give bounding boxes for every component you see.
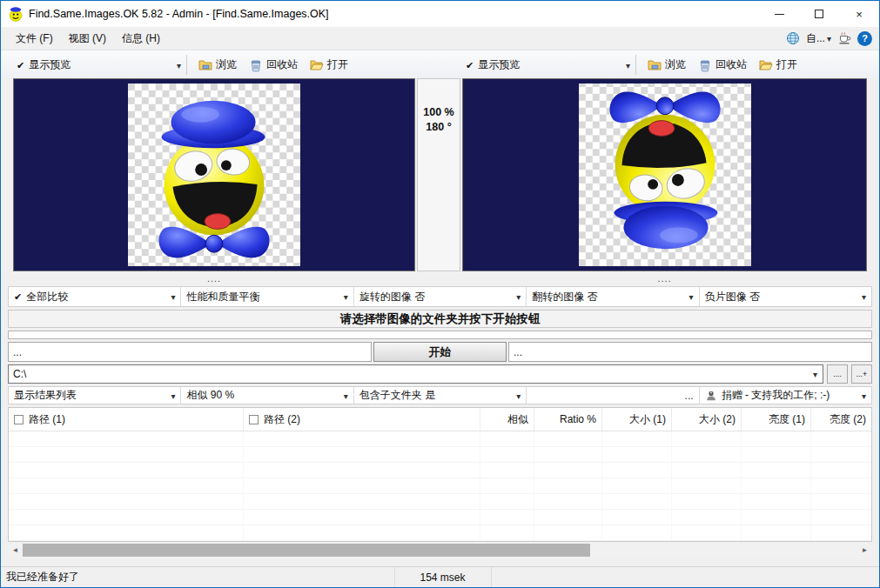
- table-cell: [534, 494, 602, 509]
- right-recycle-bin-button[interactable]: 回收站: [692, 55, 753, 75]
- table-cell: [9, 463, 244, 478]
- coffee-icon[interactable]: [837, 31, 851, 45]
- help-button[interactable]: ?: [857, 31, 872, 46]
- header-ratio[interactable]: Ratio %: [534, 408, 602, 431]
- left-browse-button[interactable]: 浏览: [192, 55, 243, 75]
- instruction-banner: 请选择带图像的文件夹并按下开始按钮: [8, 310, 872, 328]
- header-brightness-2[interactable]: 亮度 (2): [811, 408, 871, 431]
- left-open-button[interactable]: 打开: [304, 55, 354, 75]
- menu-file[interactable]: 文件 (F): [8, 28, 61, 50]
- table-cell: [480, 431, 534, 446]
- table-cell: [244, 447, 480, 462]
- table-cell: [9, 478, 244, 493]
- preview-image-right: [578, 84, 752, 266]
- results-list-dropdown[interactable]: 显示结果列表: [9, 387, 181, 404]
- left-browse-label: 浏览: [216, 57, 237, 72]
- table-cell: [602, 494, 672, 509]
- results-list-label: 显示结果列表: [14, 388, 77, 403]
- donate-label: 捐赠 - 支持我的工作; :-): [722, 388, 830, 403]
- chevron-down-icon: [862, 391, 866, 401]
- subfolders-dropdown[interactable]: 包含子文件夹 是: [354, 387, 527, 404]
- table-row: [9, 510, 871, 525]
- right-show-preview-dropdown[interactable]: 显示预览: [462, 55, 636, 75]
- menu-info[interactable]: 信息 (H): [114, 28, 168, 50]
- recycle-bin-icon: [698, 58, 712, 72]
- rotated-images-dropdown[interactable]: 旋转的图像 否: [354, 287, 527, 306]
- table-cell: [244, 510, 480, 525]
- donate-dropdown[interactable]: 捐赠 - 支持我的工作; :-): [700, 387, 871, 404]
- scrollbar-thumb[interactable]: [23, 544, 590, 557]
- close-icon: ×: [856, 8, 863, 21]
- horizontal-scrollbar[interactable]: [8, 543, 872, 558]
- add-path-button[interactable]: ...+: [851, 364, 872, 384]
- similarity-dropdown[interactable]: 相似 90 %: [181, 387, 353, 404]
- header-brightness-1[interactable]: 亮度 (1): [742, 408, 811, 431]
- chevron-down-icon: [344, 391, 348, 401]
- maximize-button[interactable]: [799, 1, 839, 27]
- combo-dropdown-button[interactable]: [808, 365, 823, 383]
- chevron-down-icon: [177, 60, 181, 70]
- open-folder-icon: [310, 58, 324, 72]
- table-cell: [244, 463, 480, 478]
- chevron-down-icon: [171, 391, 175, 401]
- table-cell: [742, 494, 811, 509]
- table-cell: [811, 431, 871, 446]
- close-button[interactable]: ×: [839, 1, 879, 27]
- header-similar[interactable]: 相似: [480, 408, 534, 431]
- path-2-checkbox[interactable]: [249, 415, 259, 424]
- start-button[interactable]: 开始: [373, 342, 507, 362]
- table-cell: [480, 463, 534, 478]
- flipped-images-dropdown[interactable]: 翻转的图像 否: [527, 287, 699, 306]
- left-show-preview-dropdown[interactable]: 显示预览: [13, 55, 187, 75]
- table-cell: [534, 447, 602, 462]
- chevron-down-icon: [813, 369, 817, 379]
- table-cell: [811, 525, 871, 540]
- right-folder-field[interactable]: ...: [508, 342, 872, 362]
- right-open-label: 打开: [776, 57, 797, 72]
- compare-all-dropdown[interactable]: 全部比较: [9, 287, 181, 306]
- table-cell: [742, 510, 811, 525]
- menu-view[interactable]: 视图 (V): [61, 28, 114, 50]
- recycle-bin-icon: [249, 58, 263, 72]
- language-select[interactable]: 自...: [806, 31, 831, 46]
- app-icon: [8, 6, 24, 22]
- scroll-right-button[interactable]: [857, 543, 872, 558]
- table-cell: [742, 447, 811, 462]
- table-cell: [534, 478, 602, 493]
- table-cell: [742, 463, 811, 478]
- open-folder-icon: [759, 58, 773, 72]
- header-path-2[interactable]: 路径 (2): [244, 408, 480, 431]
- minimize-button[interactable]: [759, 1, 799, 27]
- table-cell: [602, 525, 672, 540]
- left-recycle-bin-button[interactable]: 回收站: [243, 55, 304, 75]
- chevron-down-icon: [862, 291, 866, 302]
- right-open-button[interactable]: 打开: [753, 55, 803, 75]
- negative-images-label: 负片图像 否: [705, 290, 760, 304]
- window-title: Find.Same.Images.OK 5.82 - Admin - [Find…: [29, 8, 329, 20]
- header-path-1[interactable]: 路径 (1): [9, 408, 244, 431]
- more-options-field[interactable]: ...: [527, 387, 699, 404]
- scrollbar-track[interactable]: [23, 543, 857, 558]
- browse-path-button[interactable]: ....: [827, 364, 848, 384]
- globe-icon[interactable]: [786, 31, 800, 45]
- chevron-down-icon: [516, 391, 521, 401]
- zoom-level-label: 100 %: [418, 105, 460, 120]
- right-browse-button[interactable]: 浏览: [642, 55, 692, 75]
- header-size-2[interactable]: 大小 (2): [672, 408, 742, 431]
- titlebar: Find.Same.Images.OK 5.82 - Admin - [Find…: [1, 1, 879, 27]
- preview-area: 100 % 180 °: [1, 78, 879, 271]
- path-combobox[interactable]: C:\: [8, 364, 823, 384]
- header-size-1[interactable]: 大小 (1): [602, 408, 672, 431]
- path-1-checkbox[interactable]: [14, 415, 24, 424]
- left-folder-field[interactable]: ...: [8, 342, 372, 362]
- check-icon: [17, 59, 24, 71]
- check-icon: [466, 59, 474, 71]
- negative-images-dropdown[interactable]: 负片图像 否: [700, 287, 871, 306]
- scroll-left-button[interactable]: [8, 543, 23, 558]
- quality-balance-dropdown[interactable]: 性能和质量平衡: [181, 287, 353, 306]
- table-cell: [672, 447, 742, 462]
- table-header: 路径 (1) 路径 (2) 相似 Ratio % 大小 (1) 大小 (2) 亮…: [9, 408, 871, 431]
- table-cell: [672, 463, 742, 478]
- table-cell: [672, 478, 742, 493]
- maximize-icon: [815, 10, 823, 18]
